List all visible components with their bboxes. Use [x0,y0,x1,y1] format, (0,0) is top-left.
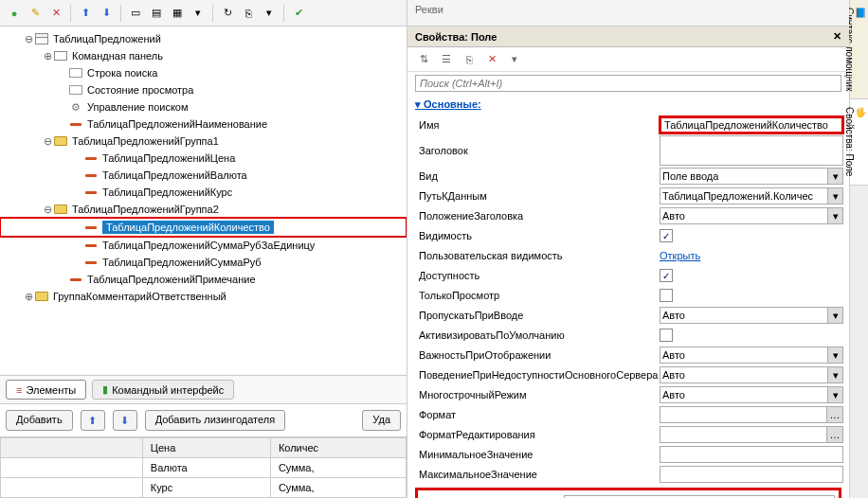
chevron-down-icon[interactable]: ▾ [827,387,842,402]
expand-icon[interactable]: ⊖ [42,135,53,148]
kind-select[interactable]: Поле ввода▾ [660,168,843,185]
form-icon[interactable]: ▭ [127,5,144,22]
close-icon[interactable]: ✕ [833,30,841,43]
activate-checkbox[interactable] [660,329,673,342]
uservis-link[interactable]: Открыть [660,250,700,261]
prop-min: МинимальноеЗначение [413,445,843,464]
dropdown-icon[interactable]: ▾ [190,5,207,22]
move-up-button[interactable]: ⬆ [81,410,105,431]
side-tab-props[interactable]: 🖐Свойства: Поле [850,99,868,185]
sort-icon[interactable]: ⇅ [415,51,432,68]
edit-icon[interactable]: ✎ [27,5,44,22]
tree-col-currency[interactable]: ТаблицаПредложенийВалюта [0,167,407,184]
avail-checkbox[interactable]: ✓ [660,269,673,282]
link-icon[interactable]: ⎘ [240,5,257,22]
expand-icon[interactable]: ⊕ [23,291,34,303]
tree-search-line[interactable]: Строка поиска [0,64,407,81]
tree-view-state[interactable]: Состояние просмотра [0,81,407,98]
table-row[interactable]: ВалютаСумма, [1,458,407,478]
chevron-down-icon[interactable]: ▾ [827,308,842,323]
tree-label: ТаблицаПредложенийКоличество [102,221,274,234]
tree-group-comment[interactable]: ⊕ГруппаКомментарийОтветственный [0,288,407,305]
ellipsis-button[interactable]: … [826,406,843,423]
prop-name: Имя [413,116,843,134]
tree-group2[interactable]: ⊖ТаблицаПредложенийГруппа2 [0,201,407,218]
tree-col-price[interactable]: ТаблицаПредложенийЦена [0,150,407,167]
chevron-down-icon[interactable]: ▾ [827,208,842,223]
search-input[interactable] [415,75,841,92]
skip-select[interactable]: Авто▾ [660,307,843,324]
max-input[interactable] [660,466,843,483]
main-toolbar: ● ✎ ✕ ⬆ ⬇ ▭ ▤ ▦ ▾ ↻ ⎘ ▾ ✔ [0,0,407,27]
table-row[interactable]: КурсСумма, [1,478,407,498]
filter-icon[interactable]: ☰ [438,51,455,68]
add-button[interactable]: Добавить [6,410,73,431]
move-down-button[interactable]: ⬇ [113,410,137,431]
tree-cmd-panel[interactable]: ⊕Командная панель [0,47,407,64]
tree-col-rate[interactable]: ТаблицаПредложенийКурс [0,184,407,201]
prop-headerpos: ПоложениеЗаголовка Авто▾ [413,206,843,225]
gear-icon: ⚙ [68,100,83,114]
tree-col-name[interactable]: ТаблицаПредложенийНаименование [0,116,407,133]
side-tab-syntax[interactable]: 📘Синтакс-помощник [850,0,868,99]
form-tree: ⊖ТаблицаПредложений ⊕Командная панель Ст… [0,27,407,375]
headerpos-select[interactable]: Авто▾ [660,207,843,224]
tree-col-sum[interactable]: ТаблицаПредложенийСуммаРуб [0,254,407,271]
grid-header-qty[interactable]: Количес [270,438,406,458]
prop-avail: Доступность ✓ [413,266,843,285]
tree-col-sum-unit[interactable]: ТаблицаПредложенийСуммаРубЗаЕдиницу [0,237,407,254]
down-icon[interactable]: ⬇ [98,5,115,22]
up-icon[interactable]: ⬆ [77,5,94,22]
more-icon[interactable]: ▾ [261,5,278,22]
prop-kind: Вид Поле ввода▾ [413,167,843,186]
truncated-tab[interactable]: Рекви [407,0,849,27]
tree-label: ТаблицаПредложений [53,33,161,44]
expand-icon[interactable]: ⊕ [42,50,53,62]
title-input[interactable] [660,135,843,166]
clear-icon[interactable]: ✕ [483,51,500,68]
importance-select[interactable]: Авто▾ [660,347,843,364]
grid-icon[interactable]: ▦ [169,5,186,22]
chevron-down-icon[interactable]: ▾ [827,347,842,363]
behavior-select[interactable]: Авто▾ [660,366,843,383]
properties-search [407,72,849,95]
tree-label: ТаблицаПредложенийГруппа2 [72,204,219,215]
chevron-down-icon[interactable]: ▾ [827,169,842,184]
add-icon[interactable]: ● [6,5,23,22]
section-main[interactable]: ▾ Основные: [407,95,849,115]
tree-label: Строка поиска [87,67,157,79]
datapath-select[interactable]: ТаблицаПредложений.Количес▾ [660,187,843,205]
tree-label: Состояние просмотра [87,84,193,96]
delete-button[interactable]: Уда [362,410,401,431]
chevron-down-icon[interactable]: ▾ [827,188,842,204]
add-lessor-button[interactable]: Добавить лизингодателя [145,410,285,431]
delete-icon[interactable]: ✕ [47,5,64,22]
tab-cmd-interface[interactable]: ▮Командный интерфейс [92,380,234,400]
readonly-checkbox[interactable] [660,289,673,302]
copy-icon[interactable]: ⎘ [461,51,478,68]
multiline-select[interactable]: Авто▾ [660,386,843,403]
dropdown-icon[interactable]: ▾ [506,51,523,68]
min-input[interactable] [660,446,843,463]
name-input[interactable] [660,116,843,133]
grid-header-price[interactable]: Цена [142,438,270,458]
tree-group1[interactable]: ⊖ТаблицаПредложенийГруппа1 [0,133,407,150]
tree-root[interactable]: ⊖ТаблицаПредложений [0,30,407,47]
expand-icon[interactable]: ⊖ [42,204,53,216]
tab-elements[interactable]: ≡Элементы [6,380,86,400]
editfmt-input[interactable] [660,426,827,443]
format-input[interactable] [660,406,827,423]
properties-toolbar: ⇅ ☰ ⎘ ✕ ▾ [407,47,849,72]
visible-checkbox[interactable]: ✓ [660,229,673,242]
panel-icon[interactable]: ▤ [148,5,165,22]
tree-search-mgmt[interactable]: ⚙Управление поиском [0,98,407,116]
footer-highlight-block: ТекстПодвала ПутьКДаннымПодвала ▾ [415,488,841,498]
chevron-down-icon[interactable]: ▾ [827,367,842,382]
expand-icon[interactable]: ⊖ [23,33,34,45]
ellipsis-button[interactable]: … [826,426,843,443]
properties-body: Имя Заголовок Вид Поле ввода▾ ПутьКДанны… [407,115,849,498]
tree-col-qty[interactable]: ТаблицаПредложенийКоличество [0,218,407,237]
tree-col-note[interactable]: ТаблицаПредложенийПримечание [0,271,407,288]
redo-icon[interactable]: ↻ [219,5,236,22]
check-icon[interactable]: ✔ [290,5,307,22]
